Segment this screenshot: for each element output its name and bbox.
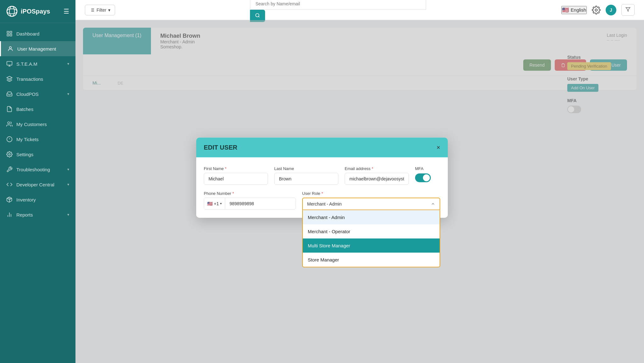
svg-point-30 [595, 9, 597, 11]
header-right: 🇺🇸 English J [561, 4, 635, 16]
filter-right-button[interactable] [621, 4, 635, 16]
language-label: English [571, 7, 586, 13]
phone-number-input[interactable] [225, 198, 296, 209]
user-role-group: User Role * Merchant - Admin Merchant - … [302, 191, 440, 210]
svg-line-29 [259, 16, 260, 17]
mfa-toggle-modal[interactable] [415, 173, 431, 182]
sidebar-item-label: Reports [16, 212, 33, 217]
mfa-group: MFA [415, 166, 440, 184]
sidebar-item-reports[interactable]: Reports ▾ [0, 207, 75, 222]
phone-dropdown-icon: ▾ [220, 202, 222, 205]
phone-group: Phone Number * 🇺🇸 +1 ▾ [204, 191, 296, 209]
sidebar-item-dashboard[interactable]: Dashboard [0, 26, 75, 41]
chevron-down-icon: ▾ [67, 92, 69, 96]
dropdown-option-merchant-admin[interactable]: Merchant - Admin [303, 210, 440, 224]
monitor-icon [6, 61, 13, 67]
dropdown-option-store-manager[interactable]: Store Manager [303, 252, 440, 267]
users-icon [6, 121, 13, 127]
sidebar-item-label: Batches [16, 107, 33, 112]
phone-input-group: 🇺🇸 +1 ▾ [204, 197, 296, 209]
phone-country-code: +1 [214, 201, 219, 206]
email-input[interactable] [345, 173, 409, 184]
user-icon [7, 46, 14, 52]
role-chevron-up-icon [431, 201, 435, 206]
role-dropdown: Merchant - Admin Merchant - Operator Mul… [302, 210, 440, 267]
tool-icon [6, 166, 13, 173]
modal-header: EDIT USER × [196, 137, 448, 157]
header-center [115, 0, 561, 22]
sidebar-item-label: Developer Central [16, 182, 54, 187]
sidebar-nav: Dashboard User Management S.T.E.A.M ▾ Tr… [0, 23, 75, 363]
svg-point-0 [7, 6, 17, 16]
form-row-2: Phone Number * 🇺🇸 +1 ▾ [204, 191, 440, 210]
first-name-group: First Name * [204, 166, 268, 184]
last-name-input[interactable] [274, 173, 338, 184]
filter-icon [90, 8, 95, 13]
settings-gear-icon[interactable] [592, 6, 601, 14]
svg-rect-4 [10, 31, 12, 33]
header-left: Filter ▾ [85, 5, 115, 15]
role-selected-value: Merchant - Admin [307, 201, 342, 206]
dropdown-option-multi-store[interactable]: Multi Store Manager [303, 238, 440, 252]
modal-close-button[interactable]: × [436, 144, 440, 151]
avatar-letter: J [610, 8, 612, 13]
sidebar-item-cloudpos[interactable]: CloudPOS ▾ [0, 86, 75, 102]
filter-button[interactable]: Filter ▾ [85, 5, 115, 15]
sidebar-item-label: Inventory [16, 197, 36, 202]
sidebar-item-user-management[interactable]: User Management [0, 41, 75, 56]
dropdown-option-merchant-operator[interactable]: Merchant - Operator [303, 224, 440, 238]
ticket-icon [6, 136, 13, 142]
sidebar-item-settings[interactable]: Settings [0, 147, 75, 162]
settings-icon [6, 151, 13, 157]
modal-title: EDIT USER [204, 144, 237, 151]
us-flag-icon: 🇺🇸 [562, 7, 569, 14]
sidebar-logo: iPOSpays ☰ [0, 0, 75, 23]
language-button[interactable]: 🇺🇸 English [561, 6, 587, 14]
sidebar-item-inventory[interactable]: Inventory [0, 192, 75, 207]
sidebar-item-troubleshooting[interactable]: Troubleshooting ▾ [0, 162, 75, 177]
svg-line-17 [8, 198, 11, 199]
app-name: iPOSpays [21, 8, 50, 15]
phone-label: Phone Number * [204, 191, 296, 195]
first-name-input[interactable] [204, 173, 268, 184]
chevron-down-icon: ▾ [67, 62, 69, 66]
search-input[interactable] [250, 0, 426, 10]
sidebar-item-label: CloudPOS [16, 91, 39, 97]
bar-chart-icon [6, 212, 13, 218]
filter-right-icon [625, 7, 630, 12]
role-select-display[interactable]: Merchant - Admin [302, 197, 440, 210]
svg-point-16 [9, 154, 10, 155]
sidebar-item-label: Dashboard [16, 31, 39, 36]
phone-country-selector[interactable]: 🇺🇸 +1 ▾ [204, 198, 225, 209]
package-icon [6, 196, 13, 203]
grid-icon [6, 30, 13, 37]
file-icon [6, 106, 13, 112]
search-icon [255, 13, 260, 18]
sidebar-item-label: Transactions [16, 76, 43, 82]
sidebar-item-batches[interactable]: Batches [0, 102, 75, 117]
svg-point-2 [7, 9, 17, 14]
logo-icon [6, 6, 18, 17]
user-role-label: User Role * [302, 191, 440, 195]
first-name-label: First Name * [204, 166, 268, 171]
modal-body: First Name * Last Name Email address * [196, 157, 448, 217]
svg-marker-31 [626, 8, 630, 11]
code-icon [6, 181, 13, 188]
header: Filter ▾ 🇺🇸 English J [75, 0, 644, 20]
sidebar-item-my-customers[interactable]: My Customers [0, 117, 75, 132]
page-content: User Management (1) Michael Brown Mercha… [75, 20, 644, 363]
sidebar-item-transactions[interactable]: Transactions [0, 71, 75, 86]
last-name-group: Last Name [274, 166, 338, 184]
role-select-wrapper: Merchant - Admin Merchant - Admin Mercha… [302, 197, 440, 210]
sidebar-item-developer-central[interactable]: Developer Central ▾ [0, 177, 75, 192]
sidebar-item-label: Settings [16, 152, 33, 157]
svg-point-7 [9, 47, 12, 49]
sidebar-item-my-tickets[interactable]: My Tickets [0, 132, 75, 147]
hamburger-icon[interactable]: ☰ [64, 8, 69, 15]
edit-user-modal: EDIT USER × First Name * Last Name [196, 137, 448, 217]
phone-flag-icon: 🇺🇸 [207, 201, 213, 206]
avatar[interactable]: J [606, 5, 616, 15]
svg-rect-8 [7, 62, 12, 65]
sidebar-item-steam[interactable]: S.T.E.A.M ▾ [0, 56, 75, 71]
inbox-icon [6, 91, 13, 97]
